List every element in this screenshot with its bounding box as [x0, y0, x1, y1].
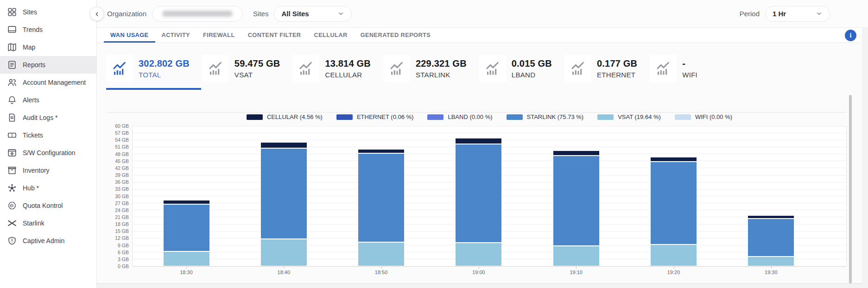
stat-card-ethernet[interactable]: 0.177 GBETHERNET	[564, 55, 637, 82]
alerts-bell-icon	[7, 95, 17, 105]
legend-item-ethernet[interactable]: ETHERNET (0.06 %)	[336, 113, 414, 120]
info-icon[interactable]: i	[845, 30, 856, 41]
chart-stat-icon	[292, 55, 319, 82]
sw-configuration-icon	[7, 148, 17, 158]
organization-select[interactable]	[152, 6, 243, 22]
tab-bar: WAN USAGEACTIVITYFIREWALLCONTENT FILTERC…	[97, 28, 862, 43]
sidebar-item-alerts[interactable]: Alerts	[0, 91, 96, 109]
tab-wan-usage[interactable]: WAN USAGE	[104, 28, 155, 43]
y-axis-tick-label: 36 GB	[110, 179, 129, 185]
tab-firewall[interactable]: FIREWALL	[196, 28, 241, 43]
stat-card-lband[interactable]: 0.015 GBLBAND	[479, 55, 552, 82]
stacked-bar-19-30[interactable]	[748, 216, 794, 266]
stacked-bar-19-10[interactable]	[553, 151, 599, 266]
stat-card-vsat[interactable]: 59.475 GBVSAT	[202, 55, 280, 82]
sidebar-item-label: Quota Kontrol	[23, 202, 63, 209]
sidebar-item-sites[interactable]: Sites	[0, 3, 96, 21]
reports-icon	[7, 60, 17, 70]
tab-cellular[interactable]: CELLULAR	[307, 28, 354, 43]
x-axis-tick-mark	[381, 266, 382, 269]
y-axis-tick-label: 27 GB	[110, 200, 129, 206]
stacked-bar-18-40[interactable]	[261, 143, 307, 266]
sidebar-item-tickets[interactable]: Tickets	[0, 126, 96, 144]
sidebar-item-inventory[interactable]: Inventory	[0, 162, 96, 179]
sidebar-item-reports[interactable]: Reports	[0, 56, 96, 74]
sidebar-item-starlink[interactable]: Starlink	[0, 214, 96, 232]
stat-card-wifi[interactable]: -WIFI	[650, 55, 697, 82]
selected-card-underline	[106, 88, 201, 90]
sidebar-item-label: Starlink	[23, 219, 44, 227]
period-select-value: 1 Hr	[773, 10, 786, 18]
sidebar-item-audit-logs[interactable]: Audit Logs *	[0, 109, 96, 126]
stat-card-starlink[interactable]: 229.321 GBSTARLINK	[383, 55, 467, 82]
stat-card-cellular[interactable]: 13.814 GBCELLULAR	[292, 55, 371, 82]
sidebar-item-label: Hub *	[23, 184, 39, 192]
bar-segment-starlink	[553, 156, 599, 246]
legend-item-lband[interactable]: LBAND (0.00 %)	[427, 113, 492, 120]
period-select[interactable]: 1 Hr	[765, 6, 830, 22]
stat-card-label: VSAT	[234, 71, 280, 79]
legend-item-cellular[interactable]: CELLULAR (4.56 %)	[247, 113, 323, 120]
sidebar-item-label: Tickets	[23, 131, 43, 139]
map-icon	[7, 42, 17, 52]
sidebar-item-captive-admin[interactable]: Captive Admin	[0, 232, 96, 250]
legend-item-starlink[interactable]: STARLINK (75.73 %)	[507, 113, 584, 120]
hub-icon	[7, 183, 17, 193]
x-axis-tick-mark	[479, 266, 479, 269]
tab-activity[interactable]: ACTIVITY	[155, 28, 197, 43]
y-axis-tick-label: 57 GB	[110, 130, 129, 136]
x-axis-tick-mark	[674, 266, 674, 269]
bar-segment-starlink	[164, 205, 209, 252]
sidebar-item-label: Alerts	[23, 96, 39, 104]
x-axis-tick-label: 19:20	[658, 269, 690, 275]
x-axis-tick-label: 18:30	[170, 269, 203, 275]
wan-usage-chart: 0 GB3 GB6 GB9 GB12 GB15 GB18 GB21 GB24 G…	[132, 126, 847, 266]
chart-legend: CELLULAR (4.56 %)ETHERNET (0.06 %)LBAND …	[132, 113, 847, 120]
tab-content-filter[interactable]: CONTENT FILTER	[241, 28, 308, 43]
x-axis-tick-label: 19:10	[560, 269, 592, 275]
quota-kontrol-icon	[7, 200, 17, 211]
sidebar-item-hub[interactable]: Hub *	[0, 179, 96, 197]
sidebar-item-account-management[interactable]: Account Management	[0, 74, 96, 91]
legend-label: STARLINK (75.73 %)	[527, 113, 584, 120]
x-axis-tick-label: 18:40	[267, 269, 300, 275]
stat-card-value: -	[682, 58, 697, 69]
stacked-bar-18-30[interactable]	[164, 200, 209, 266]
bar-segment-starlink	[748, 219, 794, 257]
stat-card-value: 59.475 GB	[234, 58, 280, 69]
sidebar-item-s-w-configuration[interactable]: S/W Configuration	[0, 144, 96, 162]
legend-swatch	[675, 114, 691, 120]
stat-card-value: 229.321 GB	[416, 58, 467, 69]
chart-stat-icon	[564, 55, 591, 82]
stat-card-total[interactable]: 302.802 GBTOTAL	[106, 55, 190, 82]
y-axis-tick-label: 48 GB	[110, 151, 129, 157]
legend-item-vsat[interactable]: VSAT (19.64 %)	[597, 113, 661, 120]
stat-card-text: 302.802 GBTOTAL	[139, 58, 190, 79]
bar-segment-starlink	[358, 154, 404, 242]
x-axis-tick-label: 19:00	[463, 269, 495, 275]
sidebar-item-label: Inventory	[23, 167, 50, 174]
tab-generated-reports[interactable]: GENERATED REPORTS	[354, 28, 437, 43]
stacked-bar-18-50[interactable]	[358, 150, 404, 266]
sites-select[interactable]: All Sites	[274, 6, 352, 22]
legend-item-wifi[interactable]: WIFI (0.00 %)	[675, 113, 732, 120]
main-area: Organization Sites All Sites Period 1 Hr	[97, 0, 868, 288]
x-axis-tick-mark	[186, 266, 187, 269]
top-bar: Organization Sites All Sites Period 1 Hr	[97, 0, 868, 28]
sidebar-item-trends[interactable]: Trends	[0, 21, 96, 38]
vertical-scrollbar[interactable]	[849, 95, 852, 283]
stacked-bar-19-20[interactable]	[651, 157, 697, 266]
sidebar-item-map[interactable]: Map	[0, 38, 96, 56]
stacked-bar-19-00[interactable]	[456, 138, 501, 266]
y-axis-tick-label: 60 GB	[110, 123, 129, 129]
legend-swatch	[597, 114, 614, 120]
back-button[interactable]	[90, 7, 104, 21]
sidebar: SitesTrendsMapReportsAccount ManagementA…	[0, 0, 97, 288]
account-management-icon	[7, 77, 17, 88]
sidebar-item-quota-kontrol[interactable]: Quota Kontrol	[0, 197, 96, 214]
period-group: Period 1 Hr	[729, 6, 830, 22]
chart-stat-icon	[650, 55, 677, 82]
content-area: 302.802 GBTOTAL59.475 GBVSAT13.814 GBCEL…	[97, 43, 862, 288]
y-axis-tick-label: 45 GB	[110, 158, 129, 164]
y-axis-tick-label: 18 GB	[110, 221, 129, 227]
